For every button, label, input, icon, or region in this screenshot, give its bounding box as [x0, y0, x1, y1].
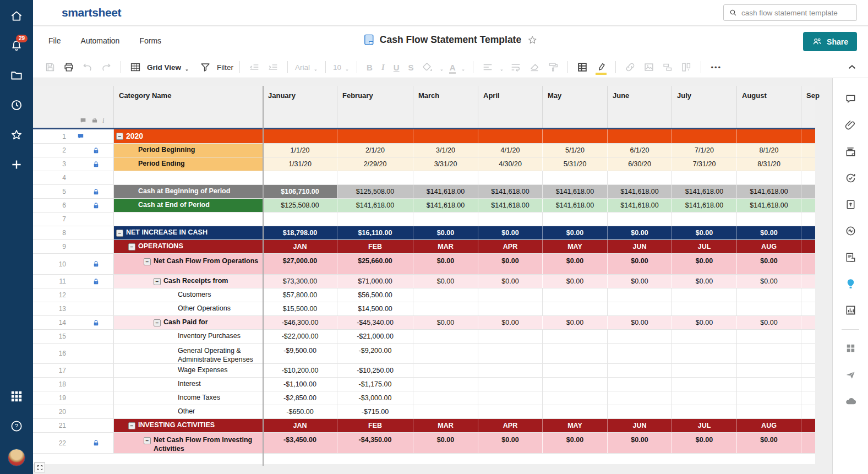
value-cell[interactable]: $0.00	[672, 433, 736, 453]
value-cell[interactable]	[801, 419, 815, 432]
value-cell[interactable]: -$46,300.00	[263, 316, 337, 329]
search-input[interactable]: cash flow statement template	[723, 4, 857, 21]
frozen-column-divider[interactable]	[263, 86, 264, 466]
value-cell[interactable]: $141,618.00	[413, 185, 478, 198]
category-cell[interactable]: −Net Cash Flow From Investing Activities	[113, 433, 263, 453]
category-cell[interactable]: −2020	[113, 129, 263, 143]
category-cell[interactable]: Cash at End of Period	[113, 199, 263, 212]
value-cell[interactable]: $0.00	[736, 254, 801, 274]
font-size-caret-icon[interactable]	[345, 65, 350, 70]
value-cell[interactable]: $0.00	[607, 226, 672, 239]
row-number[interactable]: 12	[33, 291, 73, 299]
value-cell[interactable]	[478, 129, 542, 143]
value-cell[interactable]: 5/1/20	[542, 144, 607, 157]
font-family-select[interactable]: Arial	[295, 63, 310, 72]
category-cell[interactable]: −Cash Paid for	[113, 316, 263, 329]
value-cell[interactable]: $0.00	[478, 275, 542, 288]
value-cell[interactable]: 3/1/20	[413, 144, 478, 157]
row-number[interactable]: 15	[33, 333, 73, 340]
menu-file[interactable]: File	[48, 36, 61, 45]
activity-log-icon[interactable]	[844, 225, 857, 237]
value-cell[interactable]: -$10,200.00	[263, 364, 337, 377]
apps-grid-icon[interactable]	[844, 342, 857, 355]
info-column-icon[interactable]: i	[102, 117, 104, 124]
value-cell[interactable]: $0.00	[607, 316, 672, 329]
value-cell[interactable]: 4/1/20	[478, 144, 542, 157]
category-cell[interactable]: −NET INCREASE IN CASH	[113, 226, 263, 239]
category-cell[interactable]: Cash at Beginning of Period	[113, 185, 263, 198]
value-cell[interactable]	[413, 391, 478, 405]
value-cell[interactable]: $0.00	[607, 254, 672, 274]
value-cell[interactable]: 1/31/20	[263, 157, 337, 171]
plus-icon[interactable]	[9, 157, 24, 172]
view-caret-icon[interactable]	[184, 65, 189, 70]
value-cell[interactable]: $25,660.00	[337, 254, 413, 274]
value-cell[interactable]	[801, 391, 815, 405]
value-cell[interactable]: $14,500.00	[337, 302, 413, 315]
value-cell[interactable]: $125,508.00	[337, 185, 413, 198]
value-cell[interactable]	[478, 405, 542, 418]
format-painter-button[interactable]	[547, 61, 559, 73]
value-cell[interactable]: $0.00	[413, 254, 478, 274]
value-cell[interactable]: FEB	[337, 419, 413, 432]
value-cell[interactable]: $125,508.00	[263, 199, 337, 212]
value-cell[interactable]: $141,618.00	[736, 185, 801, 198]
value-cell[interactable]	[801, 378, 815, 391]
clear-format-button[interactable]	[528, 61, 541, 73]
value-cell[interactable]: $0.00	[478, 226, 542, 239]
value-cell[interactable]	[801, 199, 815, 212]
insert-link-button[interactable]	[624, 61, 636, 73]
value-cell[interactable]: -$715.00	[337, 405, 413, 418]
value-cell[interactable]	[736, 344, 801, 363]
row-number[interactable]: 13	[33, 305, 73, 313]
value-cell[interactable]	[413, 288, 478, 302]
font-caret-icon[interactable]	[313, 65, 318, 70]
value-cell[interactable]: $141,618.00	[542, 185, 607, 198]
value-cell[interactable]	[478, 213, 542, 226]
value-cell[interactable]: 2/1/20	[337, 144, 413, 157]
value-cell[interactable]: 6/30/20	[607, 157, 672, 171]
value-cell[interactable]	[801, 129, 815, 143]
value-cell[interactable]	[607, 405, 672, 418]
card-settings-button[interactable]	[662, 61, 674, 73]
value-cell[interactable]	[801, 157, 815, 171]
value-cell[interactable]: -$650.00	[263, 405, 337, 418]
value-cell[interactable]: -$9,200.00	[337, 344, 413, 363]
value-cell[interactable]: JUL	[672, 419, 736, 432]
value-cell[interactable]	[736, 171, 801, 184]
value-cell[interactable]: JUN	[607, 240, 672, 253]
comment-icon[interactable]	[844, 92, 857, 105]
value-cell[interactable]	[672, 330, 736, 343]
value-cell[interactable]: 8/1/20	[736, 144, 801, 157]
value-cell[interactable]	[263, 213, 337, 226]
value-cell[interactable]	[607, 364, 672, 377]
column-header-may[interactable]: May	[542, 86, 607, 128]
value-cell[interactable]: $0.00	[672, 226, 736, 239]
category-cell[interactable]: −INVESTING ACTIVITIES	[113, 419, 263, 432]
user-avatar[interactable]	[8, 449, 25, 466]
whats-new-icon[interactable]	[844, 277, 857, 290]
charts-icon[interactable]	[844, 304, 857, 317]
value-cell[interactable]: $0.00	[478, 433, 542, 453]
value-cell[interactable]: $73,300.00	[263, 275, 337, 288]
row-number[interactable]: 16	[33, 350, 73, 357]
value-cell[interactable]	[542, 171, 607, 184]
value-cell[interactable]	[413, 171, 478, 184]
value-cell[interactable]	[542, 405, 607, 418]
value-cell[interactable]: $71,000.00	[337, 275, 413, 288]
row-number[interactable]: 17	[33, 367, 73, 374]
value-cell[interactable]	[337, 213, 413, 226]
row-number[interactable]: 8	[33, 229, 73, 237]
value-cell[interactable]: $141,618.00	[607, 199, 672, 212]
value-cell[interactable]: 1/1/20	[263, 144, 337, 157]
font-size-select[interactable]: 10	[333, 63, 341, 72]
value-cell[interactable]: -$22,000.00	[263, 330, 337, 343]
value-cell[interactable]	[478, 364, 542, 377]
value-cell[interactable]: 6/1/20	[607, 144, 672, 157]
value-cell[interactable]: $141,618.00	[413, 199, 478, 212]
menu-forms[interactable]: Forms	[139, 36, 161, 45]
value-cell[interactable]	[413, 405, 478, 418]
filter-button[interactable]: Filter	[217, 63, 233, 72]
row-number[interactable]: 18	[33, 380, 73, 388]
value-cell[interactable]	[413, 213, 478, 226]
